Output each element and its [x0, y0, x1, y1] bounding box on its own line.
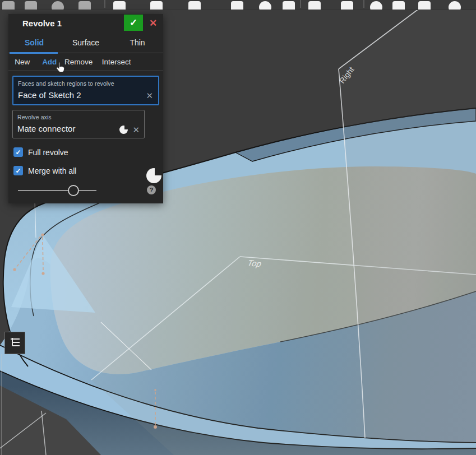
tab-surface[interactable]: Surface [60, 38, 112, 47]
cancel-button[interactable]: ✕ [146, 16, 160, 30]
toolbar-separator-2 [300, 0, 301, 8]
help-icon[interactable]: ? [147, 185, 156, 194]
toolbar-icon-16[interactable] [449, 1, 461, 10]
merge-with-all-checkbox[interactable]: ✓ [13, 166, 23, 175]
toolbar-icon-6[interactable] [150, 1, 163, 10]
full-revolve-row: ✓ Full revolve [13, 147, 158, 157]
toolbar-icon-14[interactable] [392, 1, 405, 10]
toolbar-separator-1 [104, 0, 105, 8]
toolbar-icon-11[interactable] [308, 1, 321, 10]
toolbar-icon-12[interactable] [341, 1, 353, 10]
toolbar-icon-13[interactable] [370, 1, 382, 10]
tab-solid[interactable]: Solid [8, 38, 60, 47]
dialog-body: Faces and sketch regions to revolve Face… [8, 71, 163, 203]
dialog-title: Revolve 1 [8, 18, 62, 28]
tab-add[interactable]: Add [36, 58, 63, 66]
tab-remove[interactable]: Remove [63, 58, 94, 66]
slider-track[interactable] [18, 190, 96, 191]
merge-with-all-label: Merge with all [28, 166, 76, 175]
slider-handle[interactable] [68, 185, 79, 196]
tab-new[interactable]: New [8, 58, 36, 66]
clear-selection-icon[interactable]: ✕ [146, 91, 153, 100]
opacity-slider-row: ? [12, 183, 159, 198]
toolbar-icon-10[interactable] [283, 1, 295, 10]
toolbar-icon-2[interactable] [25, 1, 37, 10]
toolbar-icon-8[interactable] [231, 1, 243, 10]
dialog-header: Revolve 1 ✓ ✕ [8, 14, 163, 32]
toolbar-icon-5[interactable] [113, 1, 126, 10]
tab-thin[interactable]: Thin [112, 38, 163, 47]
axis-field-label: Revolve axis [17, 114, 140, 120]
toolbar-icon-1[interactable] [2, 1, 15, 10]
check-icon: ✓ [130, 17, 137, 29]
feature-toolbar [0, 0, 476, 10]
mate-connector-icon [119, 126, 128, 134]
clear-axis-icon[interactable]: ✕ [132, 126, 140, 134]
toolbar-icon-4[interactable] [78, 1, 91, 10]
regions-field-value: Face of Sketch 2 [18, 90, 154, 101]
full-revolve-checkbox[interactable]: ✓ [13, 147, 23, 157]
close-icon: ✕ [149, 17, 157, 29]
toolbar-separator-3 [363, 0, 364, 8]
regions-field[interactable]: Faces and sketch regions to revolve Face… [12, 76, 159, 105]
tab-intersect[interactable]: Intersect [94, 58, 138, 66]
regions-field-label: Faces and sketch regions to revolve [18, 80, 154, 87]
app-window: Top Right [0, 0, 476, 455]
check-icon: ✓ [15, 167, 21, 175]
body-type-tabs: Solid Surface Thin [8, 32, 163, 53]
feature-list-icon [8, 336, 22, 350]
toolbar-icon-7[interactable] [188, 1, 201, 10]
confirm-button[interactable]: ✓ [124, 15, 143, 31]
mate-connector-picker-button[interactable] [146, 168, 161, 183]
full-revolve-label: Full revolve [28, 148, 68, 157]
check-icon: ✓ [15, 148, 21, 156]
merge-with-all-row: ✓ Merge with all [13, 166, 158, 175]
axis-field[interactable]: Revolve axis Mate connector ✕ [12, 110, 145, 138]
help-glyph: ? [149, 187, 153, 193]
boolean-operation-tabs: New Add Remove Intersect [8, 53, 163, 71]
revolve-dialog: Revolve 1 ✓ ✕ Solid Surface Thin New Add… [8, 14, 163, 203]
axis-field-inline-icons: ✕ [119, 126, 140, 134]
toolbar-icon-15[interactable] [418, 1, 431, 10]
toolbar-icon-9[interactable] [259, 1, 271, 10]
toolbar-icon-3[interactable] [52, 1, 64, 10]
feature-list-toggle-button[interactable] [4, 332, 25, 354]
